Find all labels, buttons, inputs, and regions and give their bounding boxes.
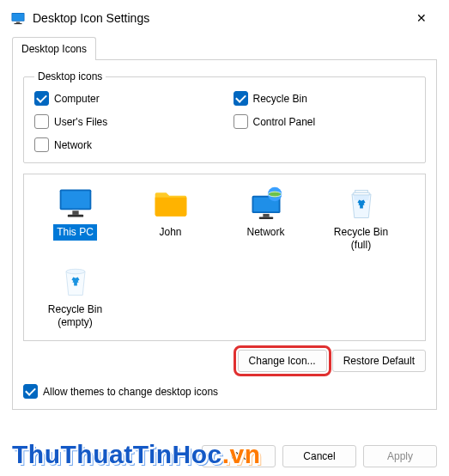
icon-label: Network (243, 224, 288, 241)
check-computer[interactable]: Computer (34, 91, 216, 106)
icon-item-network[interactable]: Network (221, 183, 310, 253)
icon-label: Recycle Bin (full) (323, 224, 400, 253)
checkbox-icon (23, 384, 38, 399)
icon-item-this-pc[interactable]: This PC (31, 183, 119, 253)
svg-rect-15 (353, 192, 368, 195)
check-label: Control Panel (253, 116, 316, 128)
check-control-panel[interactable]: Control Panel (234, 114, 416, 129)
tabstrip: Desktop Icons (12, 36, 437, 60)
apply-button[interactable]: Apply (363, 445, 437, 467)
icon-preview-list: This PC John (23, 174, 426, 341)
icon-label: This PC (53, 224, 97, 241)
tab-desktop-icons[interactable]: Desktop Icons (12, 37, 96, 60)
close-button[interactable]: ✕ (404, 11, 439, 25)
svg-rect-2 (16, 22, 21, 24)
cancel-button[interactable]: Cancel (282, 445, 356, 467)
check-label: Computer (54, 93, 100, 105)
icon-item-recycle-full[interactable]: Recycle Bin (full) (317, 183, 405, 253)
dialog-content: Desktop Icons Desktop icons Computer Rec… (0, 34, 449, 418)
recycle-bin-empty-icon (57, 262, 94, 300)
change-icon-button[interactable]: Change Icon... (238, 350, 327, 372)
icon-item-john[interactable]: John (126, 183, 215, 253)
ok-button[interactable]: OK (202, 445, 276, 467)
dialog-button-row: OK Cancel Apply (202, 445, 437, 467)
svg-rect-11 (258, 217, 273, 219)
icon-item-recycle-empty[interactable]: Recycle Bin (empty) (31, 260, 119, 331)
app-icon (10, 10, 26, 26)
check-users-files[interactable]: User's Files (34, 114, 216, 129)
check-label: Network (54, 139, 92, 151)
checkbox-icon (34, 114, 49, 129)
svg-rect-5 (61, 191, 89, 208)
folder-icon (152, 185, 190, 223)
svg-point-16 (66, 269, 85, 274)
checkbox-icon (34, 137, 49, 152)
svg-rect-3 (15, 23, 22, 24)
check-network[interactable]: Network (34, 137, 216, 152)
checkbox-icon (234, 114, 248, 129)
recycle-bin-full-icon (343, 185, 380, 223)
svg-rect-7 (67, 215, 82, 217)
svg-rect-1 (12, 14, 24, 21)
svg-rect-6 (72, 211, 78, 215)
restore-default-button[interactable]: Restore Default (332, 350, 426, 372)
titlebar: Desktop Icon Settings ✕ (0, 0, 449, 34)
icon-action-row: Change Icon... Restore Default (23, 350, 426, 372)
tab-panel: Desktop icons Computer Recycle Bin User'… (12, 60, 437, 410)
group-legend: Desktop icons (34, 70, 106, 82)
watermark-text-1: ThuThuatTinHoc (12, 440, 222, 468)
check-label: Allow themes to change desktop icons (43, 386, 218, 398)
desktop-icons-group: Desktop icons Computer Recycle Bin User'… (23, 70, 426, 163)
icon-label: Recycle Bin (empty) (37, 302, 114, 331)
check-label: User's Files (54, 116, 107, 128)
check-recycle-bin[interactable]: Recycle Bin (234, 91, 416, 106)
checkbox-icon (234, 91, 248, 106)
network-globe-icon (247, 185, 285, 223)
icon-label: John (155, 224, 185, 241)
window-title: Desktop Icon Settings (33, 11, 404, 25)
checkbox-icon (34, 91, 49, 106)
check-label: Recycle Bin (253, 93, 307, 105)
svg-rect-10 (263, 214, 269, 217)
monitor-icon (57, 185, 94, 223)
check-allow-themes[interactable]: Allow themes to change desktop icons (23, 384, 218, 399)
